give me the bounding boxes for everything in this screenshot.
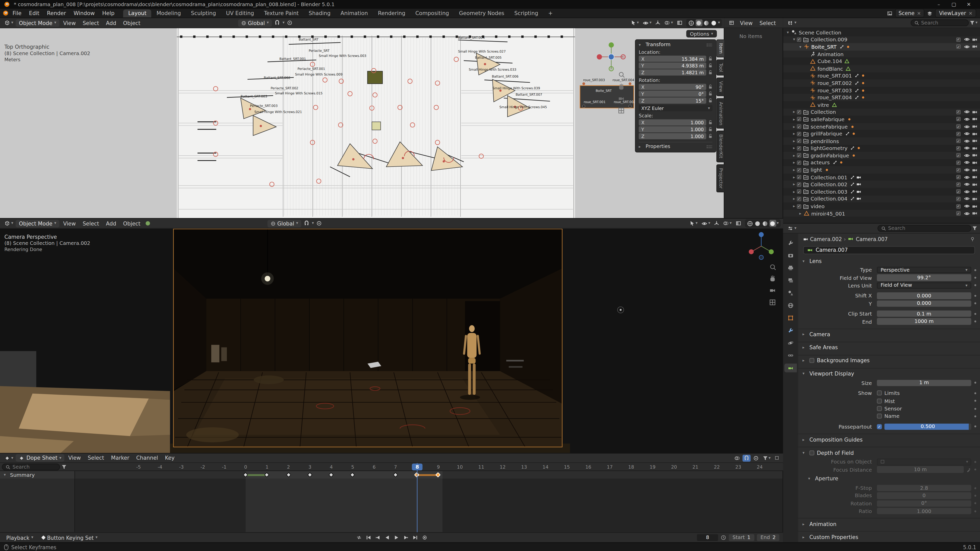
exclude-checkbox[interactable]: ✓ — [956, 160, 961, 165]
exclude-checkbox[interactable]: ✓ — [956, 189, 961, 194]
outliner-row-miroir45-001[interactable]: ▸miroir45_001✓ — [783, 210, 980, 217]
disable-render-icon[interactable] — [972, 138, 977, 144]
lock-open-icon[interactable] — [708, 98, 713, 103]
menu-select[interactable]: Select — [80, 220, 102, 227]
ratio-field[interactable]: 1.000 — [877, 508, 971, 514]
animate-dot[interactable] — [974, 313, 976, 314]
lock-open-icon[interactable] — [708, 134, 713, 139]
shading-solid-icon[interactable] — [754, 220, 761, 227]
rotation-x-field[interactable]: X90° — [639, 84, 706, 90]
search-input[interactable] — [13, 464, 56, 470]
exclude-checkbox[interactable]: ✓ — [956, 110, 961, 114]
editor-type-button[interactable]: ▾ — [3, 220, 15, 227]
location-y-field[interactable]: Y4.9383 m — [639, 62, 706, 68]
lock-open-icon[interactable] — [708, 56, 713, 61]
transform-orientation-dropdown[interactable]: Global▾ — [238, 19, 272, 27]
hide-viewport-eye-icon[interactable] — [964, 145, 970, 151]
collection-checkbox[interactable]: ✓ — [797, 204, 801, 208]
y-field[interactable]: 0.000 — [877, 300, 971, 307]
outliner-row-scenefabrique[interactable]: ▸✓sceneFabrique✓ — [783, 123, 980, 130]
outliner-row-roue-srt-001[interactable]: roue_SRT.001 — [783, 72, 980, 79]
transform-panel-header[interactable]: ▾ Transform — [639, 42, 713, 48]
disable-render-icon[interactable] — [972, 44, 977, 50]
npanel-tab-blenderkit[interactable]: BlenderKit — [716, 131, 724, 162]
menu-view[interactable]: View — [65, 454, 84, 462]
outliner-row-fondblanc[interactable]: fondBlanc — [783, 65, 980, 72]
npanel-tab-item[interactable]: Item — [716, 39, 724, 57]
channel-summary[interactable]: ▾ Summary — [0, 471, 74, 478]
filter-funnel-icon[interactable] — [972, 225, 977, 231]
disclosure-right-icon[interactable]: ▸ — [791, 138, 797, 144]
properties-tab-modifiers[interactable] — [784, 326, 797, 335]
visibility-dropdown-icon[interactable]: ▾ — [641, 19, 653, 27]
lock-open-icon[interactable] — [708, 120, 713, 125]
disclosure-right-icon[interactable]: ▸ — [791, 197, 797, 202]
section-header-composition-guides[interactable]: ▸Composition Guides — [798, 435, 980, 445]
disclosure-down-icon[interactable]: ▾ — [791, 37, 797, 42]
properties-tab-tool[interactable] — [784, 239, 797, 248]
collection-checkbox[interactable]: ✓ — [797, 38, 801, 42]
shading-material-icon[interactable] — [762, 220, 769, 227]
disable-render-icon[interactable] — [972, 160, 977, 165]
section-header-safe-areas[interactable]: ▸Safe Areas — [798, 343, 980, 352]
section-header-lens[interactable]: ▾Lens — [798, 256, 980, 265]
jump-to-end-button[interactable] — [411, 534, 419, 541]
disable-render-icon[interactable] — [972, 145, 977, 151]
menu-edit[interactable]: Edit — [25, 10, 43, 17]
disable-render-icon[interactable] — [972, 124, 977, 129]
section-header-background-images[interactable]: ▸Background Images — [798, 356, 980, 365]
exclude-checkbox[interactable]: ✓ — [956, 38, 961, 42]
hide-viewport-eye-icon[interactable] — [964, 152, 970, 159]
hide-viewport-eye-icon[interactable] — [964, 138, 970, 144]
unlink-scene-icon[interactable]: ✕ — [917, 10, 921, 16]
end-frame-field[interactable]: End2 — [757, 534, 780, 541]
collection-checkbox[interactable]: ✓ — [797, 117, 801, 121]
focus-on-object-object-field[interactable]: ▾ — [877, 459, 971, 465]
collection-checkbox[interactable]: ✓ — [797, 160, 801, 165]
passepartout-checkbox[interactable]: ✓ — [877, 424, 882, 429]
xray-toggle-icon[interactable] — [676, 19, 684, 26]
hide-viewport-eye-icon[interactable] — [964, 124, 970, 130]
menu-help[interactable]: Help — [99, 10, 118, 17]
visibility-dropdown-icon[interactable]: ▾ — [700, 220, 711, 227]
menu-window[interactable]: Window — [70, 10, 98, 17]
snap-dropdown-icon[interactable]: ▾ — [312, 221, 314, 225]
menu-view[interactable]: View — [60, 220, 79, 227]
disable-render-icon[interactable] — [972, 182, 977, 187]
animate-dot[interactable] — [974, 400, 976, 402]
search-input[interactable] — [888, 225, 963, 231]
properties-tab-view-layer[interactable] — [784, 276, 797, 285]
lock-open-icon[interactable] — [708, 91, 713, 97]
next-keyframe-button[interactable] — [401, 534, 410, 541]
focus-distance-field[interactable]: 10 m — [877, 466, 964, 473]
outliner-row-collection-004[interactable]: ▸✓Collection.004✓ — [783, 195, 980, 203]
exclude-checkbox[interactable]: ✓ — [956, 204, 961, 208]
menu-select[interactable]: Select — [756, 19, 779, 27]
blender-menu-icon[interactable] — [3, 10, 9, 16]
shading-wireframe-icon[interactable] — [747, 220, 754, 227]
keyframe-diamond[interactable] — [286, 472, 291, 477]
menu-object[interactable]: Object — [120, 19, 143, 27]
animate-dot[interactable] — [974, 277, 976, 279]
exclude-checkbox[interactable]: ✓ — [956, 139, 961, 143]
name-checkbox[interactable] — [877, 414, 882, 419]
snap-icon[interactable] — [742, 454, 751, 462]
disclosure-right-icon[interactable]: ▸ — [791, 160, 797, 165]
lock-open-icon[interactable] — [708, 63, 713, 68]
disclosure-right-icon[interactable]: ▸ — [791, 182, 797, 187]
disable-render-icon[interactable] — [972, 109, 977, 115]
workspace-tab-animation[interactable]: Animation — [336, 9, 373, 17]
filter-funnel-icon[interactable] — [969, 20, 975, 25]
rotation-y-field[interactable]: Y0° — [639, 91, 706, 97]
field-of-view-field[interactable]: 99.2° — [877, 275, 971, 281]
current-frame-field[interactable]: 8 — [697, 534, 718, 541]
disable-render-icon[interactable] — [972, 189, 977, 194]
dope-sheet-channels[interactable]: ▾ Summary — [0, 471, 783, 532]
proportional-editing-icon[interactable] — [752, 454, 760, 462]
disable-render-icon[interactable] — [972, 117, 977, 122]
animate-dot[interactable] — [974, 321, 976, 322]
collection-checkbox[interactable]: ✓ — [797, 110, 801, 114]
shading-solid-icon[interactable] — [695, 19, 702, 26]
collection-checkbox[interactable]: ✓ — [797, 168, 801, 172]
shading-rendered-icon[interactable] — [769, 220, 776, 227]
